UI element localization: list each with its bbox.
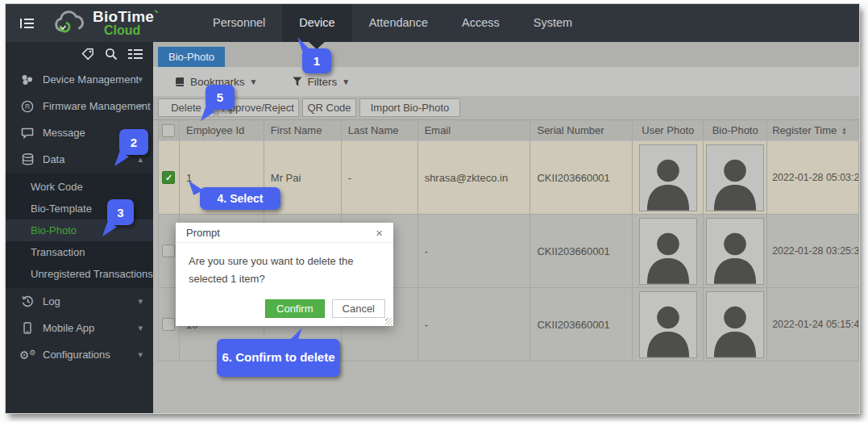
callout-step-5: 5 [206, 85, 235, 110]
sidebar-toolbar [6, 42, 153, 66]
sidebar-item-work-code[interactable]: Work Code [6, 176, 153, 198]
data-submenu: Work Code Bio-Template Bio-Photo Transac… [6, 173, 153, 288]
callout-step-1: 1 [302, 48, 331, 73]
column-header-email: Email [418, 120, 531, 140]
filters-dropdown[interactable]: Filters ▼ [293, 76, 350, 88]
user-photo-placeholder [639, 291, 697, 358]
cell-serial-number: CKII203660001 [530, 215, 633, 287]
cell-register-time: 2022-01-24 05:15:40 [767, 288, 859, 361]
bio-photo-placeholder [706, 144, 764, 211]
list-icon[interactable] [128, 48, 143, 60]
chevron-down-icon: ▾ [138, 296, 143, 307]
nav-attendance[interactable]: Attendance [352, 4, 445, 42]
column-header-register-time[interactable]: Register Time ▲▼ [767, 120, 859, 140]
table-header: Employee Id First Name Last Name Email S… [159, 120, 859, 141]
sidebar: Device Management ▾ R Firmware Managemen… [6, 42, 153, 413]
sidebar-item-label: Device Management [43, 73, 139, 86]
sidebar-item-label: Firmware Management [43, 100, 151, 112]
filter-funnel-icon [293, 77, 302, 86]
phone-icon [19, 322, 35, 334]
column-header-serial-number: Serial Number [530, 120, 633, 140]
cell-email: shrasa@zkteco.in [418, 141, 531, 214]
chevron-down-icon: ▼ [250, 77, 258, 86]
column-header-first-name: First Name [264, 120, 342, 140]
devices-icon [19, 74, 35, 86]
svg-text:R: R [25, 102, 30, 111]
confirm-button[interactable]: Confirm [265, 299, 325, 318]
column-header-user-photo: User Photo [633, 120, 704, 140]
sidebar-item-unregistered-transactions[interactable]: Unregistered Transactions [6, 263, 153, 285]
dialog-message: Are you sure you want to delete the sele… [176, 243, 393, 288]
sidebar-item-label: Data [43, 153, 64, 165]
row-checkbox[interactable] [162, 318, 175, 331]
user-photo-placeholder [639, 218, 697, 285]
cloud-logo-icon [52, 10, 89, 36]
bio-photo-placeholder [706, 218, 764, 285]
nav-personnel[interactable]: Personnel [196, 4, 282, 42]
dialog-header: Prompt × [176, 223, 393, 243]
nav-system[interactable]: System [517, 4, 589, 42]
row-checkbox[interactable] [162, 244, 175, 257]
app-window: BioTime` Cloud Personnel Device Attendan… [6, 4, 859, 413]
sidebar-item-configurations[interactable]: ⚙⚙ Configurations ▾ [6, 341, 153, 368]
top-navigation: Personnel Device Attendance Access Syste… [196, 4, 589, 42]
brand-subname: Cloud [104, 23, 140, 37]
filter-toolbar: Bookmarks ▼ Filters ▼ [153, 67, 859, 96]
nav-device[interactable]: Device [282, 4, 351, 42]
chevron-down-icon: ▾ [138, 101, 143, 111]
dialog-title: Prompt [186, 227, 220, 239]
gears-icon: ⚙⚙ [19, 349, 35, 361]
brand-name: BioTime [93, 8, 154, 25]
sidebar-item-label: Message [43, 127, 85, 139]
cell-serial-number: CKII203660001 [530, 288, 633, 361]
sidebar-item-mobile-app[interactable]: Mobile App ▾ [6, 315, 153, 341]
action-button-bar: Delete Approve/Reject QR Code Import Bio… [153, 96, 859, 120]
chevron-down-icon: ▾ [138, 349, 143, 360]
sort-icon[interactable]: ▲▼ [841, 127, 846, 135]
import-bio-photo-button[interactable]: Import Bio-Photo [359, 98, 460, 117]
cell-email: - [418, 288, 531, 361]
database-icon [19, 153, 35, 165]
cell-register-time: 2022-01-28 05:03:23 [767, 141, 859, 214]
search-icon[interactable] [105, 48, 118, 61]
resize-handle[interactable] [385, 318, 392, 325]
tab-bar: Bio-Photo [153, 42, 859, 67]
column-header-employee-id: Employee Id [180, 120, 264, 140]
history-icon [19, 295, 35, 307]
column-header-last-name: Last Name [342, 120, 418, 140]
chevron-up-icon: ▴ [138, 154, 143, 165]
qr-code-button[interactable]: QR Code [302, 98, 356, 117]
sidebar-item-log[interactable]: Log ▾ [6, 288, 153, 315]
chevron-down-icon: ▾ [138, 323, 143, 333]
row-checkbox-checked[interactable]: ✓ [162, 171, 175, 184]
delete-prompt-dialog: Prompt × Are you sure you want to delete… [176, 223, 393, 326]
bio-photo-placeholder [706, 291, 764, 358]
tag-icon[interactable] [81, 48, 94, 61]
cell-register-time: 2022-01-28 03:25:34 [767, 215, 859, 287]
cancel-button[interactable]: Cancel [332, 299, 385, 318]
close-icon[interactable]: × [376, 227, 383, 239]
registered-icon: R [19, 100, 35, 113]
sidebar-item-label: Log [43, 295, 60, 307]
sidebar-item-transaction[interactable]: Transaction [6, 241, 153, 263]
hamburger-menu-icon[interactable] [14, 11, 41, 36]
top-bar: BioTime` Cloud Personnel Device Attendan… [6, 4, 859, 42]
sidebar-item-device-management[interactable]: Device Management ▾ [6, 66, 153, 93]
message-icon [19, 127, 35, 139]
cell-last-name: - [342, 141, 418, 214]
tab-bio-photo[interactable]: Bio-Photo [158, 47, 225, 67]
sidebar-item-firmware-management[interactable]: R Firmware Management ▾ [6, 93, 153, 119]
biotime-cloud-logo: BioTime` Cloud [52, 9, 173, 37]
bookmarks-icon [175, 77, 185, 87]
chevron-down-icon: ▼ [342, 77, 350, 86]
callout-step-4-select: 4. Select [200, 187, 280, 210]
select-all-checkbox[interactable] [162, 124, 175, 137]
user-photo-placeholder [639, 144, 697, 211]
column-header-bio-photo: Bio-Photo [704, 120, 767, 140]
cell-email: - [418, 215, 531, 287]
nav-access[interactable]: Access [445, 4, 517, 42]
cell-serial-number: CKII203660001 [530, 141, 633, 214]
sidebar-item-label: Configurations [43, 349, 110, 361]
callout-step-3: 3 [107, 199, 134, 225]
chevron-down-icon: ▾ [138, 74, 143, 85]
